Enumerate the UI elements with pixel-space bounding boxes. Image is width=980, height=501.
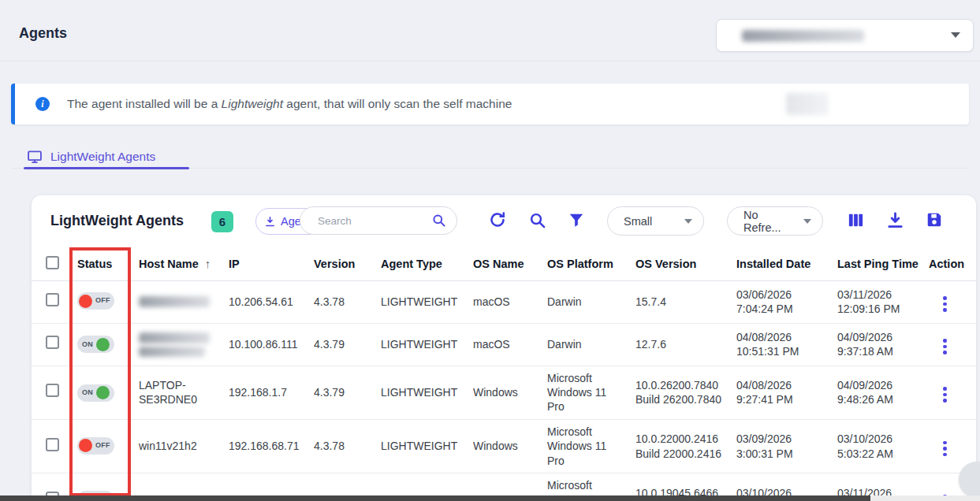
installed-date-cell: 03/06/20267:04:24 PM [728, 280, 829, 323]
table-row: ON10.100.86.1114.3.79LIGHTWEIGHTmacOSDar… [32, 323, 976, 366]
installed-date-cell: 03/09/20263:00:31 PM [728, 419, 829, 473]
os-platform-cell: Microsoft Windows 11 Pro [539, 419, 628, 473]
download-icon [886, 211, 904, 229]
col-os-name[interactable]: OS Name [465, 247, 539, 280]
save-button[interactable] [922, 208, 946, 232]
col-agent-type[interactable]: Agent Type [373, 247, 465, 280]
download-icon [264, 216, 276, 228]
agents-table: Status Host Name↑ IP Version Agent Type … [32, 247, 976, 501]
col-version[interactable]: Version [306, 247, 373, 280]
ip-cell: 192.168.1.7 [221, 366, 306, 419]
tab-lightweight-agents[interactable]: LightWeight Agents [25, 145, 160, 169]
row-checkbox-cell [32, 419, 69, 473]
col-last-ping-time[interactable]: Last Ping Time [829, 247, 921, 280]
status-toggle[interactable]: OFF [77, 292, 114, 310]
export-button[interactable] [883, 208, 907, 232]
host-name-cell [131, 323, 221, 366]
advanced-search-button[interactable] [525, 208, 549, 232]
row-checkbox-cell [32, 366, 69, 419]
row-checkbox[interactable] [46, 293, 59, 306]
os-version-cell: 12.7.6 [628, 323, 728, 366]
toggle-label: OFF [92, 296, 114, 306]
toggle-label: ON [79, 388, 96, 398]
row-actions-menu-button[interactable] [938, 293, 952, 315]
status-cell: OFF [69, 419, 131, 473]
banner-redacted-smudge [786, 93, 829, 115]
table-row: OFFwin11v21h2192.168.68.714.3.78LIGHTWEI… [32, 419, 976, 473]
host-name-cell: win11v21h2 [131, 419, 221, 473]
filter-button[interactable] [565, 208, 588, 232]
host-name-redacted [139, 332, 218, 357]
panel-title: LightWeight Agents [50, 213, 184, 229]
status-toggle[interactable]: ON [77, 384, 114, 402]
os-name-cell: macOS [465, 280, 539, 323]
page-title: Agents [19, 25, 67, 42]
col-installed-date[interactable]: Installed Date [728, 247, 829, 280]
row-checkbox-cell [32, 323, 69, 366]
select-all-checkbox[interactable] [46, 256, 59, 269]
agent-type-cell: LIGHTWEIGHT [373, 280, 465, 323]
status-toggle[interactable]: OFF [77, 437, 114, 455]
info-icon: i [35, 97, 50, 111]
action-cell [921, 366, 976, 419]
ip-cell: 10.206.54.61 [221, 280, 306, 323]
org-selector-dropdown[interactable] [716, 19, 974, 52]
row-checkbox[interactable] [46, 384, 59, 397]
active-tab-underline [24, 167, 189, 169]
toggle-knob [79, 439, 92, 452]
status-toggle[interactable]: ON [77, 336, 114, 353]
col-status[interactable]: Status [69, 247, 131, 280]
version-cell: 4.3.78 [306, 419, 373, 473]
auto-refresh-select[interactable]: No Refre... [727, 206, 823, 236]
panel-toolbar: LightWeight Agents 6 Agent [32, 195, 976, 247]
col-os-version[interactable]: OS Version [628, 247, 728, 280]
os-name-cell: Windows [465, 419, 539, 473]
installed-date-cell: 04/08/202610:51:31 PM [728, 323, 829, 366]
filter-icon [568, 211, 585, 228]
col-action: Action [921, 247, 976, 280]
row-actions-menu-button[interactable] [938, 336, 952, 358]
toggle-label: ON [79, 340, 96, 350]
toggle-label: OFF [92, 441, 114, 451]
row-actions-menu-button[interactable] [938, 438, 952, 460]
refresh-button[interactable] [486, 208, 509, 232]
host-name: win11v21h2 [139, 439, 218, 453]
top-header: Agents [0, 0, 980, 61]
last-ping-cell: 04/09/20269:48:26 AM [829, 366, 921, 419]
version-cell: 4.3.78 [306, 280, 373, 323]
row-actions-menu-button[interactable] [938, 384, 952, 406]
row-checkbox[interactable] [46, 438, 59, 451]
col-host-name[interactable]: Host Name↑ [131, 247, 221, 280]
col-os-platform[interactable]: OS Platform [539, 247, 628, 280]
info-banner: i The agent installed will be a Lightwei… [11, 84, 969, 124]
horizontal-scrollbar-thumb[interactable] [0, 495, 870, 501]
sort-asc-icon: ↑ [205, 257, 211, 270]
status-cell: ON [69, 323, 131, 366]
density-select-value: Small [624, 215, 652, 228]
chevron-down-icon [803, 219, 811, 224]
tab-label: LightWeight Agents [50, 150, 155, 164]
density-select[interactable]: Small [607, 206, 704, 236]
row-checkbox[interactable] [46, 336, 59, 349]
os-version-cell: 10.0.22000.2416 Build 22000.2416 [628, 419, 728, 473]
columns-icon [847, 211, 865, 229]
version-cell: 4.3.79 [306, 366, 373, 419]
os-version-cell: 15.7.4 [628, 280, 728, 323]
agent-count-badge: 6 [211, 211, 233, 232]
agent-type-cell: LIGHTWEIGHT [373, 366, 465, 419]
horizontal-scrollbar-track[interactable] [0, 495, 980, 501]
agent-type-cell: LIGHTWEIGHT [373, 419, 465, 473]
save-icon [926, 211, 943, 228]
col-ip[interactable]: IP [221, 247, 306, 280]
search-icon [528, 211, 546, 229]
version-cell: 4.3.79 [306, 323, 373, 366]
row-checkbox-cell [32, 280, 69, 323]
agents-panel: LightWeight Agents 6 Agent [32, 195, 976, 501]
org-selector-redacted-value [742, 30, 864, 42]
host-name-cell: LAPTOP-SE3RDNE0 [131, 366, 221, 419]
columns-button[interactable] [844, 208, 867, 232]
ip-cell: 10.100.86.111 [221, 323, 306, 366]
os-name-cell: Windows [465, 366, 539, 419]
tab-bar: LightWeight Agents [11, 147, 969, 169]
action-cell [921, 280, 976, 323]
